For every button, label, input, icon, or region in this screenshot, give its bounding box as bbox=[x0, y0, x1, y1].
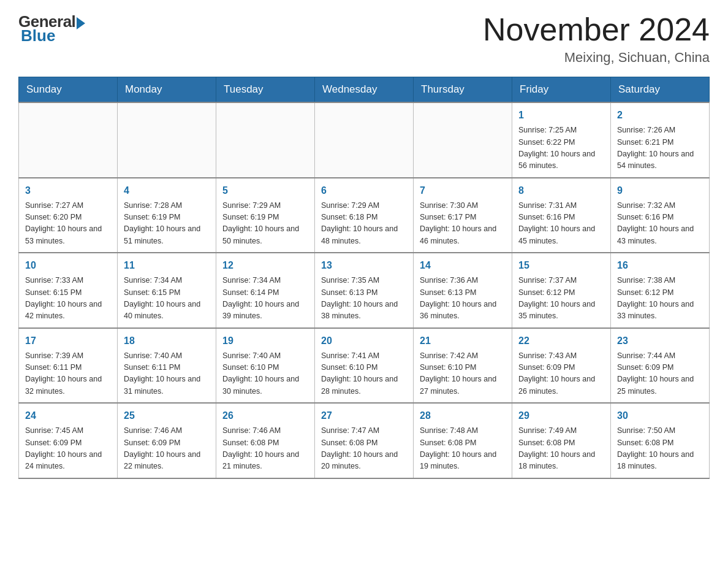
day-info: Sunrise: 7:40 AM Sunset: 6:10 PM Dayligh… bbox=[222, 350, 308, 398]
calendar-cell: 1Sunrise: 7:25 AM Sunset: 6:22 PM Daylig… bbox=[512, 102, 611, 178]
calendar-cell: 15Sunrise: 7:37 AM Sunset: 6:12 PM Dayli… bbox=[512, 253, 611, 328]
calendar-cell: 10Sunrise: 7:33 AM Sunset: 6:15 PM Dayli… bbox=[19, 253, 118, 328]
day-number: 11 bbox=[124, 258, 210, 273]
logo: General Blue bbox=[18, 12, 85, 45]
calendar-cell: 13Sunrise: 7:35 AM Sunset: 6:13 PM Dayli… bbox=[315, 253, 414, 328]
day-info: Sunrise: 7:29 AM Sunset: 6:19 PM Dayligh… bbox=[222, 200, 308, 248]
calendar-cell: 6Sunrise: 7:29 AM Sunset: 6:18 PM Daylig… bbox=[315, 178, 414, 253]
weekday-header-thursday: Thursday bbox=[414, 77, 512, 103]
day-info: Sunrise: 7:30 AM Sunset: 6:17 PM Dayligh… bbox=[420, 200, 506, 248]
day-info: Sunrise: 7:34 AM Sunset: 6:15 PM Dayligh… bbox=[124, 275, 210, 323]
day-number: 8 bbox=[518, 183, 604, 198]
calendar-cell: 19Sunrise: 7:40 AM Sunset: 6:10 PM Dayli… bbox=[216, 328, 315, 404]
weekday-header-tuesday: Tuesday bbox=[216, 77, 315, 103]
day-info: Sunrise: 7:32 AM Sunset: 6:16 PM Dayligh… bbox=[617, 200, 703, 248]
day-info: Sunrise: 7:46 AM Sunset: 6:08 PM Dayligh… bbox=[222, 425, 308, 473]
weekday-header-friday: Friday bbox=[512, 77, 611, 103]
calendar-week-row: 24Sunrise: 7:45 AM Sunset: 6:09 PM Dayli… bbox=[19, 403, 710, 478]
calendar-cell: 25Sunrise: 7:46 AM Sunset: 6:09 PM Dayli… bbox=[118, 403, 216, 478]
day-info: Sunrise: 7:38 AM Sunset: 6:12 PM Dayligh… bbox=[617, 275, 703, 323]
day-info: Sunrise: 7:40 AM Sunset: 6:11 PM Dayligh… bbox=[124, 350, 210, 398]
calendar-cell: 29Sunrise: 7:49 AM Sunset: 6:08 PM Dayli… bbox=[512, 403, 611, 478]
day-info: Sunrise: 7:37 AM Sunset: 6:12 PM Dayligh… bbox=[518, 275, 604, 323]
day-number: 19 bbox=[222, 334, 308, 348]
day-number: 29 bbox=[518, 408, 604, 423]
calendar-cell bbox=[414, 102, 512, 178]
day-info: Sunrise: 7:36 AM Sunset: 6:13 PM Dayligh… bbox=[420, 275, 506, 323]
calendar-cell bbox=[216, 102, 315, 178]
logo-arrow-icon bbox=[77, 17, 85, 29]
calendar-cell: 7Sunrise: 7:30 AM Sunset: 6:17 PM Daylig… bbox=[414, 178, 512, 253]
calendar-week-row: 10Sunrise: 7:33 AM Sunset: 6:15 PM Dayli… bbox=[19, 253, 710, 328]
day-info: Sunrise: 7:31 AM Sunset: 6:16 PM Dayligh… bbox=[518, 200, 604, 248]
day-number: 18 bbox=[124, 334, 210, 348]
day-number: 24 bbox=[25, 408, 111, 423]
day-info: Sunrise: 7:42 AM Sunset: 6:10 PM Dayligh… bbox=[420, 350, 506, 398]
calendar-cell: 14Sunrise: 7:36 AM Sunset: 6:13 PM Dayli… bbox=[414, 253, 512, 328]
calendar-cell: 4Sunrise: 7:28 AM Sunset: 6:19 PM Daylig… bbox=[118, 178, 216, 253]
day-number: 14 bbox=[420, 258, 506, 273]
day-info: Sunrise: 7:43 AM Sunset: 6:09 PM Dayligh… bbox=[518, 350, 604, 398]
weekday-header-row: SundayMondayTuesdayWednesdayThursdayFrid… bbox=[19, 77, 710, 103]
day-info: Sunrise: 7:47 AM Sunset: 6:08 PM Dayligh… bbox=[321, 425, 407, 473]
day-info: Sunrise: 7:44 AM Sunset: 6:09 PM Dayligh… bbox=[617, 350, 703, 398]
calendar-week-row: 1Sunrise: 7:25 AM Sunset: 6:22 PM Daylig… bbox=[19, 102, 710, 178]
day-number: 26 bbox=[222, 408, 308, 423]
day-number: 10 bbox=[25, 258, 111, 273]
calendar-cell: 17Sunrise: 7:39 AM Sunset: 6:11 PM Dayli… bbox=[19, 328, 118, 404]
day-number: 28 bbox=[420, 408, 506, 423]
calendar-cell: 20Sunrise: 7:41 AM Sunset: 6:10 PM Dayli… bbox=[315, 328, 414, 404]
day-number: 1 bbox=[518, 108, 604, 123]
day-number: 3 bbox=[25, 183, 111, 198]
calendar-cell: 11Sunrise: 7:34 AM Sunset: 6:15 PM Dayli… bbox=[118, 253, 216, 328]
calendar-week-row: 3Sunrise: 7:27 AM Sunset: 6:20 PM Daylig… bbox=[19, 178, 710, 253]
day-number: 4 bbox=[124, 183, 210, 198]
day-info: Sunrise: 7:26 AM Sunset: 6:21 PM Dayligh… bbox=[617, 124, 703, 172]
day-number: 9 bbox=[617, 183, 703, 198]
calendar-cell: 28Sunrise: 7:48 AM Sunset: 6:08 PM Dayli… bbox=[414, 403, 512, 478]
day-info: Sunrise: 7:33 AM Sunset: 6:15 PM Dayligh… bbox=[25, 275, 111, 323]
day-info: Sunrise: 7:35 AM Sunset: 6:13 PM Dayligh… bbox=[321, 275, 407, 323]
day-number: 22 bbox=[518, 334, 604, 348]
day-number: 30 bbox=[617, 408, 703, 423]
calendar-cell bbox=[118, 102, 216, 178]
calendar-cell: 23Sunrise: 7:44 AM Sunset: 6:09 PM Dayli… bbox=[611, 328, 710, 404]
weekday-header-saturday: Saturday bbox=[611, 77, 710, 103]
calendar-cell: 18Sunrise: 7:40 AM Sunset: 6:11 PM Dayli… bbox=[118, 328, 216, 404]
calendar-week-row: 17Sunrise: 7:39 AM Sunset: 6:11 PM Dayli… bbox=[19, 328, 710, 404]
weekday-header-monday: Monday bbox=[118, 77, 216, 103]
day-number: 21 bbox=[420, 334, 506, 348]
weekday-header-sunday: Sunday bbox=[19, 77, 118, 103]
day-info: Sunrise: 7:29 AM Sunset: 6:18 PM Dayligh… bbox=[321, 200, 407, 248]
weekday-header-wednesday: Wednesday bbox=[315, 77, 414, 103]
calendar-cell bbox=[315, 102, 414, 178]
calendar-cell: 27Sunrise: 7:47 AM Sunset: 6:08 PM Dayli… bbox=[315, 403, 414, 478]
month-title: November 2024 bbox=[483, 12, 710, 47]
day-number: 15 bbox=[518, 258, 604, 273]
calendar-cell: 26Sunrise: 7:46 AM Sunset: 6:08 PM Dayli… bbox=[216, 403, 315, 478]
calendar-cell bbox=[19, 102, 118, 178]
day-info: Sunrise: 7:45 AM Sunset: 6:09 PM Dayligh… bbox=[25, 425, 111, 473]
calendar-cell: 12Sunrise: 7:34 AM Sunset: 6:14 PM Dayli… bbox=[216, 253, 315, 328]
calendar-cell: 9Sunrise: 7:32 AM Sunset: 6:16 PM Daylig… bbox=[611, 178, 710, 253]
day-info: Sunrise: 7:46 AM Sunset: 6:09 PM Dayligh… bbox=[124, 425, 210, 473]
day-info: Sunrise: 7:39 AM Sunset: 6:11 PM Dayligh… bbox=[25, 350, 111, 398]
day-number: 5 bbox=[222, 183, 308, 198]
day-number: 2 bbox=[617, 108, 703, 123]
logo-blue-text: Blue bbox=[21, 26, 55, 45]
calendar-cell: 21Sunrise: 7:42 AM Sunset: 6:10 PM Dayli… bbox=[414, 328, 512, 404]
day-info: Sunrise: 7:49 AM Sunset: 6:08 PM Dayligh… bbox=[518, 425, 604, 473]
day-number: 23 bbox=[617, 334, 703, 348]
day-number: 12 bbox=[222, 258, 308, 273]
page-header: General Blue November 2024 Meixing, Sich… bbox=[18, 12, 710, 66]
day-number: 17 bbox=[25, 334, 111, 348]
day-number: 16 bbox=[617, 258, 703, 273]
day-number: 6 bbox=[321, 183, 407, 198]
day-number: 20 bbox=[321, 334, 407, 348]
calendar-cell: 8Sunrise: 7:31 AM Sunset: 6:16 PM Daylig… bbox=[512, 178, 611, 253]
day-info: Sunrise: 7:28 AM Sunset: 6:19 PM Dayligh… bbox=[124, 200, 210, 248]
day-number: 27 bbox=[321, 408, 407, 423]
day-info: Sunrise: 7:48 AM Sunset: 6:08 PM Dayligh… bbox=[420, 425, 506, 473]
day-info: Sunrise: 7:34 AM Sunset: 6:14 PM Dayligh… bbox=[222, 275, 308, 323]
day-info: Sunrise: 7:50 AM Sunset: 6:08 PM Dayligh… bbox=[617, 425, 703, 473]
